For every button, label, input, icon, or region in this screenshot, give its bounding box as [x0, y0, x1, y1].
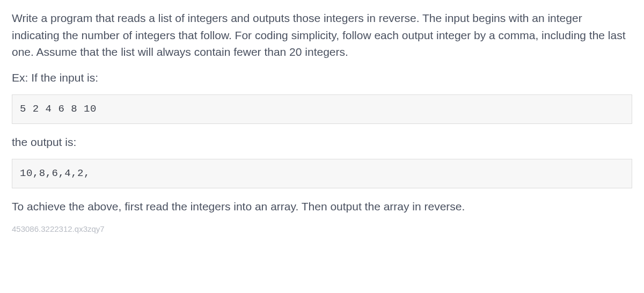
- output-label: the output is:: [12, 134, 632, 151]
- example-output-block: 10,8,6,4,2,: [12, 159, 632, 188]
- footer-id: 453086.3222312.qx3zqy7: [12, 223, 632, 236]
- example-input-block: 5 2 4 6 8 10: [12, 94, 632, 124]
- instruction-text: To achieve the above, first read the int…: [12, 198, 632, 215]
- example-intro: Ex: If the input is:: [12, 69, 632, 86]
- problem-description: Write a program that reads a list of int…: [12, 10, 632, 61]
